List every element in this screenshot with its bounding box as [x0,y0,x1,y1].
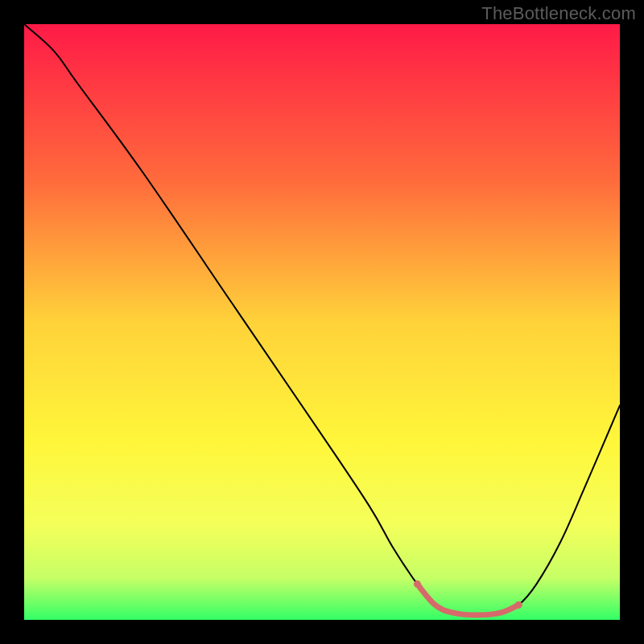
bottleneck-chart [24,24,620,620]
series-highlight-band-endpoint [515,601,522,609]
watermark-text: TheBottleneck.com [481,3,636,24]
gradient-background [24,24,620,620]
chart-frame: TheBottleneck.com [0,0,644,644]
series-highlight-band-endpoint [414,580,421,588]
